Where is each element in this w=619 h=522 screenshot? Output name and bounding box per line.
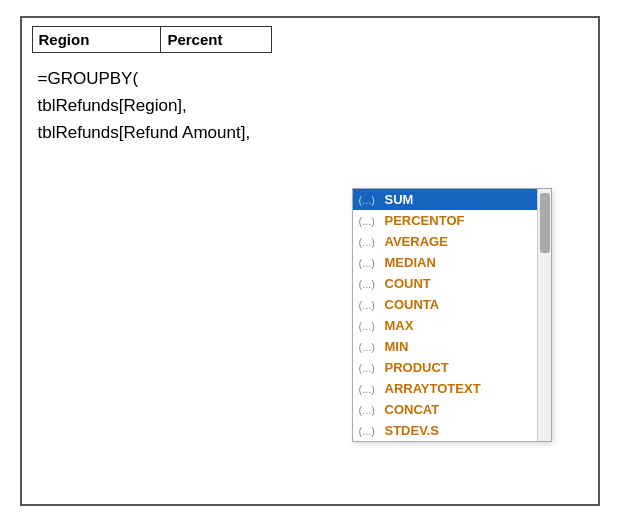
dropdown-item-concat[interactable]: (...)CONCAT — [353, 399, 537, 420]
item-label-stdevs: STDEV.S — [385, 423, 439, 438]
dropdown-item-median[interactable]: (...)MEDIAN — [353, 252, 537, 273]
item-dots-icon: (...) — [359, 215, 381, 227]
scrollbar-track[interactable] — [537, 189, 551, 441]
column-percent-header: Percent — [161, 27, 270, 52]
item-label-min: MIN — [385, 339, 409, 354]
dropdown-item-min[interactable]: (...)MIN — [353, 336, 537, 357]
dropdown-item-average[interactable]: (...)AVERAGE — [353, 231, 537, 252]
item-dots-icon: (...) — [359, 404, 381, 416]
scrollbar-thumb[interactable] — [540, 193, 550, 253]
dropdown-item-stdevs[interactable]: (...)STDEV.S — [353, 420, 537, 441]
formula-line1: =GROUPBY( — [38, 65, 582, 92]
dropdown-list: (...)SUM(...)PERCENTOF(...)AVERAGE(...)M… — [353, 189, 537, 441]
dropdown-item-count[interactable]: (...)COUNT — [353, 273, 537, 294]
item-label-median: MEDIAN — [385, 255, 436, 270]
item-label-product: PRODUCT — [385, 360, 449, 375]
item-label-max: MAX — [385, 318, 414, 333]
item-label-concat: CONCAT — [385, 402, 440, 417]
item-dots-icon: (...) — [359, 278, 381, 290]
spreadsheet-container: Region Percent =GROUPBY( tblRefunds[Regi… — [20, 16, 600, 506]
item-dots-icon: (...) — [359, 194, 381, 206]
dropdown-item-product[interactable]: (...)PRODUCT — [353, 357, 537, 378]
item-dots-icon: (...) — [359, 320, 381, 332]
formula-line2: tblRefunds[Region], — [38, 92, 582, 119]
item-label-average: AVERAGE — [385, 234, 448, 249]
item-dots-icon: (...) — [359, 299, 381, 311]
formula-line3: tblRefunds[Refund Amount], — [38, 119, 582, 146]
item-dots-icon: (...) — [359, 257, 381, 269]
dropdown-item-percentof[interactable]: (...)PERCENTOF — [353, 210, 537, 231]
item-dots-icon: (...) — [359, 425, 381, 437]
formula-display: =GROUPBY( tblRefunds[Region], tblRefunds… — [32, 53, 588, 147]
item-dots-icon: (...) — [359, 383, 381, 395]
table-header: Region Percent — [32, 26, 272, 53]
dropdown-item-arraytotext[interactable]: (...)ARRAYTOTEXT — [353, 378, 537, 399]
item-label-arraytotext: ARRAYTOTEXT — [385, 381, 481, 396]
item-dots-icon: (...) — [359, 362, 381, 374]
item-label-sum: SUM — [385, 192, 414, 207]
item-label-counta: COUNTA — [385, 297, 440, 312]
item-label-percentof: PERCENTOF — [385, 213, 465, 228]
item-label-count: COUNT — [385, 276, 431, 291]
spreadsheet-area: Region Percent =GROUPBY( tblRefunds[Regi… — [22, 18, 598, 155]
item-dots-icon: (...) — [359, 236, 381, 248]
dropdown-item-sum[interactable]: (...)SUM — [353, 189, 537, 210]
function-dropdown[interactable]: (...)SUM(...)PERCENTOF(...)AVERAGE(...)M… — [352, 188, 552, 442]
dropdown-item-counta[interactable]: (...)COUNTA — [353, 294, 537, 315]
item-dots-icon: (...) — [359, 341, 381, 353]
dropdown-item-max[interactable]: (...)MAX — [353, 315, 537, 336]
column-region-header: Region — [33, 27, 162, 52]
